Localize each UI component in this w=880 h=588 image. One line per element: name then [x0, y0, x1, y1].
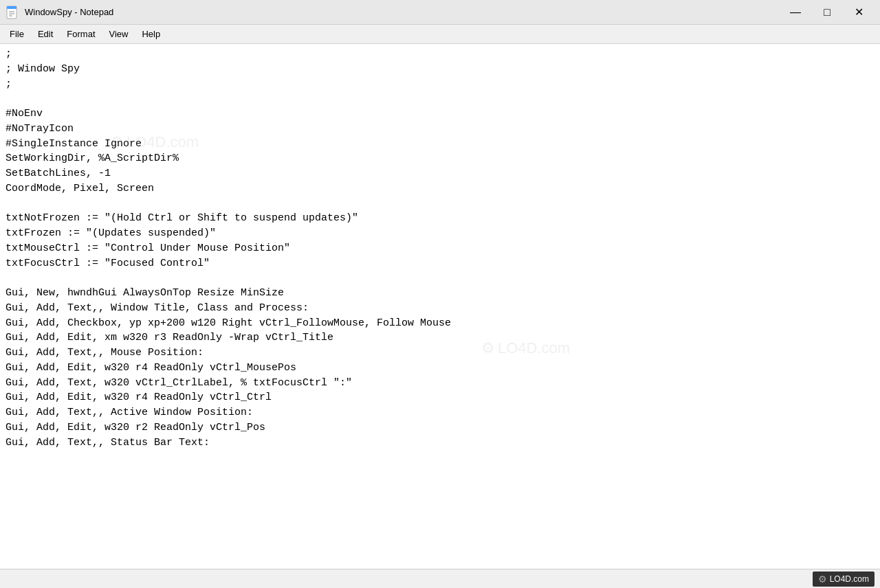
minimize-button[interactable]: — — [780, 0, 811, 25]
menu-view[interactable]: View — [102, 26, 135, 42]
lo4d-badge: ⚙ LO4D.com — [813, 572, 874, 587]
menu-file[interactable]: File — [3, 26, 31, 42]
content-area: ⚙LO4D.com ⚙LO4D.com ; ; Window Spy ; #No… — [0, 44, 880, 569]
editor-content: ; ; Window Spy ; #NoEnv #NoTrayIcon #Sin… — [6, 47, 874, 450]
menu-bar: File Edit Format View Help — [0, 25, 880, 44]
app-icon — [6, 5, 19, 19]
menu-help[interactable]: Help — [135, 26, 167, 42]
window-controls: — □ ✕ — [780, 0, 874, 25]
title-bar: WindowSpy - Notepad — □ ✕ — [0, 0, 880, 25]
lo4d-text: LO4D.com — [830, 574, 869, 584]
window-title: WindowSpy - Notepad — [25, 7, 780, 17]
menu-edit[interactable]: Edit — [31, 26, 60, 42]
maximize-button[interactable]: □ — [811, 0, 843, 25]
menu-format[interactable]: Format — [60, 26, 102, 42]
lo4d-icon: ⚙ — [818, 574, 827, 585]
text-editor[interactable]: ⚙LO4D.com ⚙LO4D.com ; ; Window Spy ; #No… — [0, 44, 880, 569]
status-bar: ⚙ LO4D.com — [0, 569, 880, 588]
svg-rect-1 — [7, 6, 16, 9]
close-button[interactable]: ✕ — [843, 0, 874, 25]
